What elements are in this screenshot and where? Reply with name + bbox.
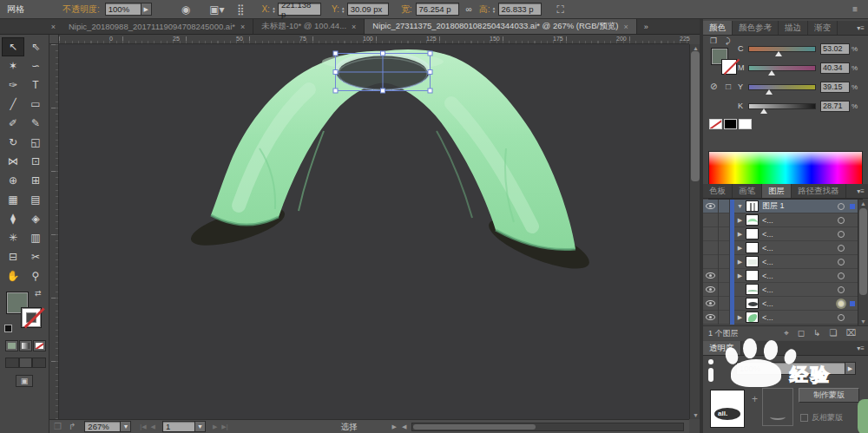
target-icon[interactable] xyxy=(838,245,845,252)
layer-thumbnail[interactable] xyxy=(746,200,759,212)
magic-wand-tool[interactable]: ✶ xyxy=(2,56,24,75)
swatch-white[interactable] xyxy=(739,119,752,129)
first-artboard-icon[interactable]: |◀ xyxy=(140,423,146,430)
last-artboard-icon[interactable]: ▶| xyxy=(221,423,227,430)
vertical-scroll-thumb[interactable] xyxy=(691,51,700,181)
document-tab-1[interactable]: 未标题-10* @ 100.44...× xyxy=(253,19,365,34)
layer-name[interactable]: <... xyxy=(762,258,834,266)
lock-toggle[interactable] xyxy=(719,255,730,269)
tab-close-icon[interactable]: × xyxy=(240,23,245,31)
perspective-grid-tool[interactable]: ⊞ xyxy=(24,171,47,190)
artboard-tool[interactable]: ⊟ xyxy=(2,247,24,266)
layer-name[interactable]: 图层 1 xyxy=(762,200,834,212)
layer-row-2[interactable]: ▶<... xyxy=(703,227,858,241)
scroll-down-icon[interactable]: ▼ xyxy=(693,412,699,418)
eyedropper-tool[interactable]: ⧫ xyxy=(2,209,24,228)
expand-icon[interactable]: ▶ xyxy=(734,259,746,266)
bar-menu-icon[interactable]: ≡ xyxy=(852,5,858,14)
transparency-opacity-field[interactable]: 100% xyxy=(736,362,845,375)
transparency-opacity-dropdown-icon[interactable]: ▶ xyxy=(845,362,856,375)
width-field[interactable]: 76.254 p xyxy=(416,3,459,16)
visibility-toggle[interactable] xyxy=(703,200,719,213)
locate-object-icon[interactable]: ⌖ xyxy=(784,328,789,338)
lock-toggle[interactable] xyxy=(719,311,730,325)
none-mode-button[interactable] xyxy=(33,340,46,351)
zoom-tool[interactable]: ⚲ xyxy=(24,266,47,285)
layer-thumbnail[interactable] xyxy=(746,256,759,267)
target-icon[interactable] xyxy=(838,286,845,293)
vertical-ruler[interactable] xyxy=(49,44,59,419)
target-icon[interactable] xyxy=(838,272,845,279)
blend-tool[interactable]: ◈ xyxy=(24,209,47,228)
layer-thumbnail[interactable] xyxy=(746,270,759,281)
tab-color[interactable]: 颜色 xyxy=(703,21,733,35)
scale-tool[interactable]: ◱ xyxy=(24,133,47,152)
y-field[interactable]: 30.09 px xyxy=(347,3,389,16)
slider-thumb[interactable] xyxy=(760,108,767,114)
link-dimensions-icon[interactable]: ∞ xyxy=(466,5,472,14)
document-setup-icon[interactable]: ◉ xyxy=(181,4,190,15)
gradient-mode-button[interactable] xyxy=(19,340,32,351)
swap-fill-stroke-icon[interactable]: ⇄ xyxy=(35,290,42,298)
transparency-panel-menu-icon[interactable]: ▾≡ xyxy=(857,341,868,355)
layer-row-4[interactable]: ▶<... xyxy=(703,255,858,269)
target-icon[interactable] xyxy=(838,300,845,307)
free-transform-tool[interactable]: ⊡ xyxy=(24,152,47,171)
visibility-toggle[interactable] xyxy=(703,241,719,255)
make-mask-button[interactable]: 制作蒙版 xyxy=(799,388,859,403)
scroll-up-icon[interactable]: ▲ xyxy=(693,45,699,51)
layers-scroll-down-icon[interactable]: ▼ xyxy=(860,318,866,325)
expand-icon[interactable]: ▶ xyxy=(734,231,746,238)
hand-tool[interactable]: ✋ xyxy=(2,266,24,285)
channel-slider[interactable] xyxy=(748,84,816,90)
x-field[interactable]: 221.138 p xyxy=(278,3,321,16)
layer-thumbnail[interactable] xyxy=(746,312,759,323)
delete-layer-icon[interactable]: ⌧ xyxy=(845,328,856,338)
channel-value-field[interactable]: 39.15 xyxy=(820,82,850,93)
proxy-mini-icon[interactable]: ❐ xyxy=(710,37,717,45)
lock-toggle[interactable] xyxy=(719,297,730,311)
lock-toggle[interactable] xyxy=(719,200,730,213)
status-icon-2[interactable]: ↱ xyxy=(69,422,76,431)
transform-icon[interactable]: ⛶ xyxy=(557,4,564,15)
horizontal-ruler[interactable]: 0255075100125150175200225250 xyxy=(59,35,689,44)
new-layer-icon[interactable]: ❏ xyxy=(830,328,838,338)
make-mask-icon[interactable]: ◻ xyxy=(798,328,805,338)
mesh-tool[interactable]: ▦ xyxy=(2,190,24,209)
target-icon[interactable] xyxy=(838,259,845,266)
horizontal-scroll-thumb[interactable] xyxy=(413,424,535,430)
tab-gradient[interactable]: 渐变 xyxy=(808,21,838,35)
default-swatches-icon[interactable] xyxy=(4,325,12,332)
slider-thumb[interactable] xyxy=(766,89,773,95)
document-tab-2[interactable]: Nipic_27311375_20180801082504344033.ai* … xyxy=(365,19,636,34)
hscroll-left-icon[interactable]: ▶ xyxy=(392,423,397,430)
channel-value-field[interactable]: 28.71 xyxy=(820,101,850,112)
expand-icon[interactable]: ▶ xyxy=(734,217,746,224)
visibility-toggle[interactable] xyxy=(703,311,719,325)
slice-tool[interactable]: ✂ xyxy=(24,247,47,266)
ruler-corner[interactable] xyxy=(49,35,59,44)
target-column[interactable] xyxy=(834,286,847,293)
layers-panel-menu-icon[interactable]: ▾≡ xyxy=(857,184,868,198)
layer-name[interactable]: <... xyxy=(762,272,834,280)
pen-tool[interactable]: ✑ xyxy=(2,75,24,95)
hscroll-right-icon[interactable]: ◀ xyxy=(402,423,406,430)
layer-name[interactable]: <... xyxy=(762,313,834,322)
expand-icon[interactable]: ▼ xyxy=(734,203,746,209)
target-icon[interactable] xyxy=(838,217,845,224)
target-column[interactable] xyxy=(834,245,847,252)
proxy-swap-icon[interactable]: ⤸ xyxy=(726,37,730,45)
layers-scrollbar[interactable]: ▲ ▼ xyxy=(858,200,868,325)
layer-name[interactable]: <... xyxy=(762,299,834,308)
selection-tool[interactable]: ↖ xyxy=(2,37,24,56)
visibility-toggle[interactable] xyxy=(703,227,719,241)
zoom-dropdown-icon[interactable]: ▼ xyxy=(121,421,131,432)
tab-swatches[interactable]: 色板 xyxy=(703,184,733,198)
width-tool[interactable]: ⋈ xyxy=(2,152,24,171)
tab-transparency[interactable]: 透明度 xyxy=(703,341,741,355)
channel-value-field[interactable]: 40.34 xyxy=(820,62,850,74)
expand-icon[interactable]: ▶ xyxy=(734,245,746,252)
layer-row-7[interactable]: <... xyxy=(703,297,858,311)
none-proxy-icon[interactable]: ⊘ xyxy=(710,82,717,91)
swatch-black[interactable] xyxy=(724,119,737,129)
